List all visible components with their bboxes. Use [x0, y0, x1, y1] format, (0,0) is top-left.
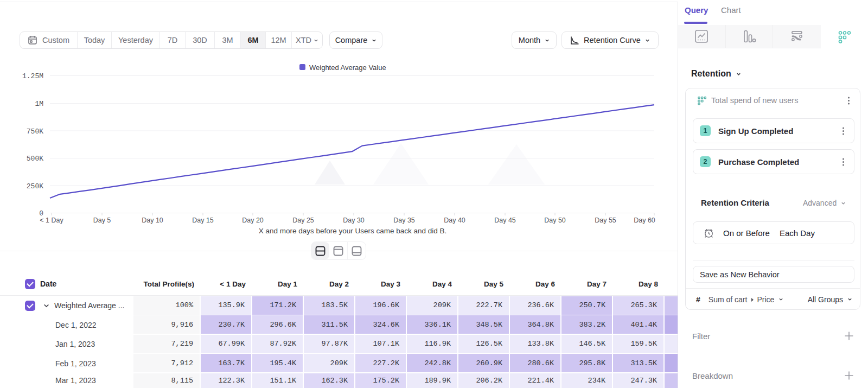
svg-text:Day 50: Day 50	[544, 217, 566, 224]
svg-text:Day 30: Day 30	[343, 217, 365, 224]
svg-text:Day 10: Day 10	[142, 217, 163, 224]
svg-text:Day 15: Day 15	[192, 217, 214, 224]
svg-text:250K: 250K	[27, 182, 43, 190]
svg-text:Day 35: Day 35	[393, 217, 415, 224]
svg-text:1.25M: 1.25M	[22, 72, 43, 80]
svg-text:Day 60: Day 60	[634, 217, 655, 224]
svg-text:Weighted Average Value: Weighted Average Value	[309, 63, 386, 72]
svg-text:500K: 500K	[27, 155, 43, 163]
svg-text:1M: 1M	[35, 100, 43, 108]
svg-text:Day 55: Day 55	[595, 217, 616, 224]
svg-text:Day 25: Day 25	[292, 217, 314, 224]
svg-text:X and more days before your Us: X and more days before your Users came b…	[259, 227, 447, 235]
svg-text:< 1 Day: < 1 Day	[40, 217, 63, 224]
svg-text:Day 45: Day 45	[494, 217, 516, 224]
svg-text:750K: 750K	[27, 128, 43, 136]
svg-text:Day 40: Day 40	[444, 217, 465, 224]
svg-text:Day 5: Day 5	[93, 217, 111, 224]
svg-text:Day 20: Day 20	[242, 217, 264, 224]
